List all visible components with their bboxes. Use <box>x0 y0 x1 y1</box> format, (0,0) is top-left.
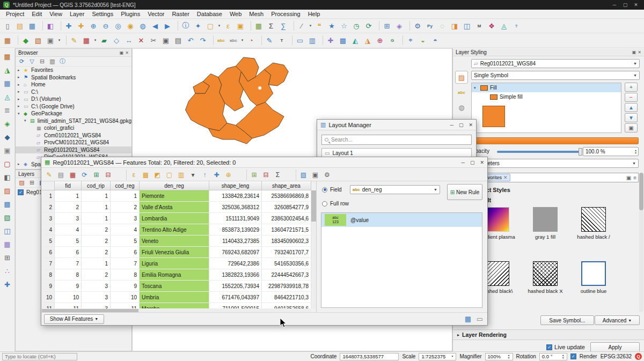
table-row[interactable]: 11 11 3 11 Marche 711091,500015 94013526… <box>42 303 311 308</box>
column-header-shape-leng[interactable]: shape_leng <box>209 181 262 190</box>
scrollbar-thumb[interactable] <box>639 173 643 210</box>
style-manager[interactable]: ◧ <box>45 20 56 32</box>
sep3[interactable] <box>285 170 296 180</box>
add-wcs-layer[interactable]: ▩ <box>2 198 13 210</box>
deselect-all[interactable]: ▢ <box>164 170 175 180</box>
show-layout-manager[interactable]: ▥ <box>306 34 318 46</box>
table-row[interactable]: 3 3 1 3 Lombardia 1511131,9049 238630024… <box>42 213 311 224</box>
sep7[interactable] <box>400 35 403 45</box>
new-rule-button[interactable]: ⊞ New Rule <box>447 184 482 200</box>
menu-item[interactable]: Help <box>304 10 324 18</box>
street-view[interactable]: ◨ <box>449 20 460 32</box>
add-mssql-layer[interactable]: ▣ <box>2 144 13 156</box>
toggle-editing[interactable]: ✎ <box>43 170 55 180</box>
zoom-full[interactable]: ◎ <box>112 20 124 32</box>
table-view-icon[interactable]: ▦ <box>463 314 473 324</box>
plugin-w[interactable]: ◒ <box>417 34 429 46</box>
spin-arrows-icon[interactable]: ▲▼ <box>562 354 565 359</box>
table-row[interactable]: 2 2 1 2 Valle d'Aosta 325036,368312 3260… <box>42 202 311 213</box>
open-attribute-table[interactable]: ▦ <box>253 20 265 32</box>
full-row-radio-row[interactable]: Full row <box>322 201 349 207</box>
zoom-to-layer[interactable]: ◍ <box>137 20 149 32</box>
move-feature[interactable]: ↔ <box>123 34 135 46</box>
open-field-calculator[interactable]: Σ <box>272 170 283 180</box>
new-print-layout[interactable]: ▭ <box>294 34 306 46</box>
expander-icon[interactable]: ▾ <box>24 119 28 123</box>
expander-icon[interactable]: ▸ <box>18 90 22 94</box>
column-header-den-reg[interactable]: den_reg <box>140 181 209 190</box>
plugin-v[interactable]: ◓ <box>429 34 441 46</box>
sep3[interactable] <box>210 35 214 45</box>
close-panel-icon[interactable]: ✕ <box>638 50 641 55</box>
column-header-fid[interactable]: fid <box>55 181 82 190</box>
symbol-tree-row[interactable]: Simple fill <box>472 92 621 101</box>
minimize-button[interactable]: ─ <box>610 2 619 8</box>
browser-item[interactable]: ▸ ⌂ Home <box>16 81 131 89</box>
field-radio-row[interactable]: Field <box>322 187 342 193</box>
mmqgis-menu[interactable]: M <box>473 20 485 32</box>
table-row[interactable]: 8 8 2 8 Emilia Romagna 1382823,19366 224… <box>42 269 311 281</box>
select-all[interactable]: ▩ <box>140 170 151 180</box>
browser-collapse-all[interactable]: ⊟ <box>38 57 47 66</box>
browser-filter[interactable]: ▽ <box>27 57 36 66</box>
digitizing-dropdown[interactable]: ▾ <box>93 34 98 46</box>
select-features[interactable]: ▢ <box>204 20 216 32</box>
new-3d-map-view[interactable]: ◈ <box>393 20 405 32</box>
scrollbar-thumb[interactable] <box>311 190 316 222</box>
unit-combo[interactable]: Millimeters ▼ <box>471 159 639 168</box>
layer-visibility-checkbox[interactable] <box>18 189 24 195</box>
table-vertical-scrollbar[interactable] <box>311 190 316 308</box>
zoom-last[interactable]: ◀ <box>149 20 161 32</box>
add-mesh-layer[interactable]: ◬ <box>2 91 13 102</box>
tab-labels[interactable]: abc <box>455 86 468 99</box>
row-number[interactable]: 8 <box>42 269 55 281</box>
fill-color-button[interactable] <box>471 137 639 144</box>
new-bookmark[interactable]: ★ <box>326 20 338 32</box>
format-rule-row[interactable]: abc123 @value <box>321 213 482 227</box>
browser-item[interactable]: ▸ ▭ D:\ (Volume) <box>16 95 131 103</box>
maximize-button[interactable]: ▢ <box>620 2 630 8</box>
add-wfs-layer[interactable]: ▧ <box>2 211 13 223</box>
add-polygon-feature[interactable]: ▰ <box>98 34 110 46</box>
copy-features[interactable]: ▣ <box>160 34 172 46</box>
row-number[interactable]: 4 <box>42 224 55 235</box>
georeferencer[interactable]: ✚ <box>325 34 336 46</box>
statistical-summary[interactable]: ∑ <box>277 20 289 32</box>
column-header-shape-area[interactable]: shape_area <box>262 181 311 190</box>
table-row[interactable]: 10 10 3 10 Umbria 671476,043397 84642217… <box>42 292 311 303</box>
close-panel-icon[interactable]: ✕ <box>125 50 129 55</box>
column-header-cod-reg[interactable]: cod_reg <box>111 181 140 190</box>
sep3[interactable] <box>175 21 178 31</box>
tab-symbology[interactable]: ▨ <box>455 71 468 84</box>
table-row[interactable]: 5 5 2 5 Veneto 1140433,27385 18345090602… <box>42 235 311 247</box>
save-edits[interactable]: ▦ <box>67 170 78 180</box>
measure-dropdown[interactable]: ▾ <box>308 20 313 32</box>
select-by-expression[interactable]: ε <box>222 20 234 32</box>
coordinate-capture[interactable]: ⌖ <box>405 34 416 46</box>
expander-icon[interactable]: ▸ <box>18 68 22 72</box>
plugin-z[interactable]: ⊕ <box>374 34 386 46</box>
add-feature[interactable]: ⊞ <box>91 170 102 180</box>
pan-to-selection[interactable]: ✚ <box>211 170 222 180</box>
open-layer-styling-panel[interactable]: ▨ <box>17 179 26 187</box>
messages-button[interactable] <box>635 353 642 360</box>
add-vector-layer[interactable]: ◮ <box>2 64 13 76</box>
sep7[interactable] <box>407 21 410 31</box>
grass-tools[interactable]: G <box>386 34 398 46</box>
tab-mask[interactable]: ◍ <box>455 101 468 114</box>
help-contents[interactable]: ? <box>510 20 522 32</box>
add-spatialite-layer[interactable]: ◈ <box>2 117 13 129</box>
menu-item[interactable]: Project <box>2 10 28 18</box>
style-item[interactable]: outline blue <box>570 261 617 294</box>
spin-arrows-icon[interactable]: ▲▼ <box>634 149 637 154</box>
browser-item[interactable]: ▸ ▭ C:\ <box>16 89 131 96</box>
move-symbol-up[interactable]: ▲ <box>625 103 638 112</box>
scale-combo[interactable]: 1:7252375 ▼ <box>419 353 456 360</box>
measure-line[interactable]: ∕ <box>296 20 308 32</box>
row-number[interactable]: 1 <box>42 190 55 202</box>
layer-select-combo[interactable]: ▱ Reg01012021_WGS84 ▼ <box>471 59 640 68</box>
symbol-tree-row[interactable]: ▾ Fill <box>472 83 621 92</box>
new-field[interactable]: ⊞ <box>248 170 260 180</box>
refresh-map[interactable]: ⟳ <box>363 20 375 32</box>
spin-arrows-icon[interactable]: ▲▼ <box>508 354 510 359</box>
